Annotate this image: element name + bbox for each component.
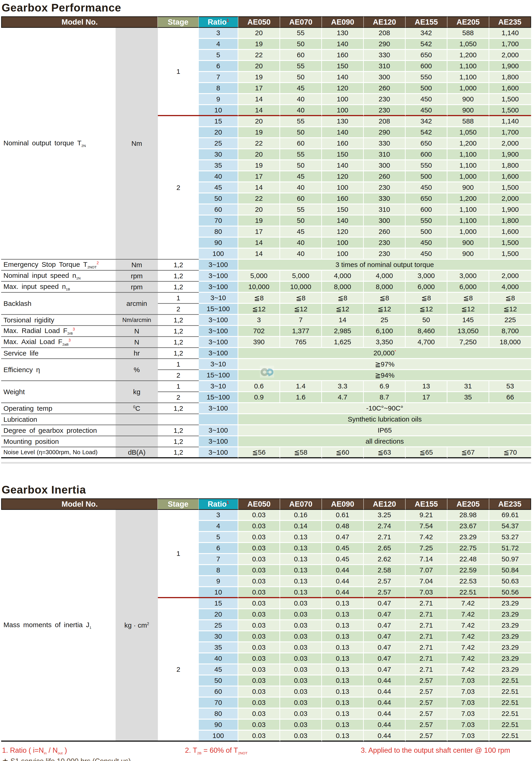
value-cell: 0.44	[322, 587, 364, 598]
value-cell: 23.29	[489, 620, 531, 631]
value-cell: ≦12	[405, 304, 448, 315]
value-cell: 53.27	[489, 532, 531, 543]
value-cell: 1,050	[448, 39, 489, 50]
row-label: Mass moments of inertia J1	[1, 510, 116, 742]
value-cell: 160	[322, 50, 364, 61]
value-cell: ≦8	[364, 293, 405, 304]
stage-cell: 2	[158, 598, 199, 742]
value-cell: 23.29	[489, 609, 531, 620]
value-cell: 0.13	[280, 532, 322, 543]
table-row: Mass moments of inertia J1kg · cm2130.03…	[1, 510, 531, 521]
value-cell: 100	[322, 182, 364, 194]
value-cell: 0.13	[322, 653, 364, 665]
value-cell: 0.03	[280, 642, 322, 653]
value-cell: 1,700	[489, 39, 531, 50]
header-ae090: AE090	[322, 16, 364, 28]
value-cell: 2.71	[405, 665, 448, 675]
row-label: Mounting position	[1, 436, 116, 447]
value-cell: 0.44	[364, 697, 405, 709]
unit-cell	[116, 425, 158, 436]
value-cell: 7.14	[405, 554, 448, 565]
header-ae070: AE070	[280, 498, 322, 510]
value-cell: ≦8	[280, 293, 322, 304]
value-cell: 150	[322, 149, 364, 160]
value-cell: 10,000	[280, 282, 322, 293]
value-cell: 550	[405, 72, 448, 83]
value-cell: 120	[322, 171, 364, 182]
header-model-no: Model No.	[1, 16, 158, 28]
value-cell: 17	[238, 226, 280, 238]
value-cell: 1,600	[489, 83, 531, 94]
value-cell: ≦8	[405, 293, 448, 304]
spec-row: Max. Axial Load F2aB3N1,23~1003907651,62…	[1, 337, 531, 348]
footnote-service-life: ★ S1 service life 10,000 hrs (Consult us…	[2, 757, 131, 761]
header-ae050: AE050	[238, 16, 280, 28]
ratio-cell: 3	[199, 510, 238, 521]
row-label: Max. Radial Load F2rB3	[1, 326, 116, 337]
value-cell: 0.03	[238, 686, 280, 697]
unit-cell: rpm	[116, 271, 158, 282]
value-cell: 0.03	[238, 631, 280, 642]
ratio-range-cell: 3~10	[199, 381, 238, 392]
value-cell: 7.04	[405, 576, 448, 587]
spec-row: LubricationSynthetic lubrication oils	[1, 414, 531, 425]
value-cell: 17	[405, 392, 448, 403]
row-label: Emergency Stop Torque T2NOT2	[1, 260, 116, 271]
value-cell: 0.03	[280, 653, 322, 665]
value-cell: 0.03	[280, 598, 322, 609]
value-cell: 100	[322, 94, 364, 105]
value-cell: 2.71	[405, 609, 448, 620]
value-cell: 290	[364, 39, 405, 50]
value-cell: 342	[405, 116, 448, 127]
unit-cell: N	[116, 326, 158, 337]
value-cell: 0.03	[238, 665, 280, 675]
value-cell: 0.13	[322, 620, 364, 631]
value-cell: 22.53	[448, 576, 489, 587]
value-cell: 3,000	[405, 271, 448, 282]
value-cell: 0.44	[364, 709, 405, 720]
value-cell: 22.51	[489, 720, 531, 731]
value-cell: 900	[448, 182, 489, 194]
header-ae050: AE050	[238, 498, 280, 510]
value-cell: 0.03	[238, 565, 280, 576]
value-cell: 1,000	[448, 226, 489, 238]
value-cell: ≦12	[448, 304, 489, 315]
value-cell: ≦70	[489, 447, 531, 458]
value-cell: 0.13	[322, 731, 364, 742]
value-cell: 22.75	[448, 543, 489, 554]
value-cell: 60	[280, 50, 322, 61]
value-cell: ≦8	[448, 293, 489, 304]
value-cell: 450	[405, 94, 448, 105]
value-cell: 7.42	[448, 665, 489, 675]
value-cell: 10,000	[238, 282, 280, 293]
value-cell: 1,000	[448, 171, 489, 182]
value-cell: 23.67	[448, 521, 489, 532]
value-cell: 1,100	[448, 215, 489, 226]
ratio-cell: 45	[199, 665, 238, 675]
value-cell: 7.03	[448, 709, 489, 720]
value-cell: ≦58	[280, 447, 322, 458]
stage-cell: 2	[158, 370, 199, 381]
value-cell: 7.03	[448, 675, 489, 686]
value-cell: 7.42	[448, 620, 489, 631]
ratio-cell: 6	[199, 543, 238, 554]
value-cell: 45	[280, 171, 322, 182]
value-cell: 14	[238, 249, 280, 260]
value-cell: 0.03	[280, 631, 322, 642]
value-cell: 0.47	[364, 598, 405, 609]
value-cell: 40	[280, 182, 322, 194]
value-cell: 1,800	[489, 72, 531, 83]
value-cell: 13,050	[448, 326, 489, 337]
value-cell: 310	[364, 61, 405, 72]
value-cell: 2,000	[489, 50, 531, 61]
value-cell: 0.13	[322, 709, 364, 720]
ratio-range-cell: 3~100	[199, 425, 238, 436]
ratio-cell: 100	[199, 249, 238, 260]
value-cell: 330	[364, 194, 405, 205]
value-cell: 1,500	[489, 105, 531, 116]
value-cell: 7.07	[405, 565, 448, 576]
ratio-cell: 100	[199, 731, 238, 742]
value-cell: 6,100	[364, 326, 405, 337]
value-cell: 0.16	[280, 510, 322, 521]
value-cell: 702	[238, 326, 280, 337]
